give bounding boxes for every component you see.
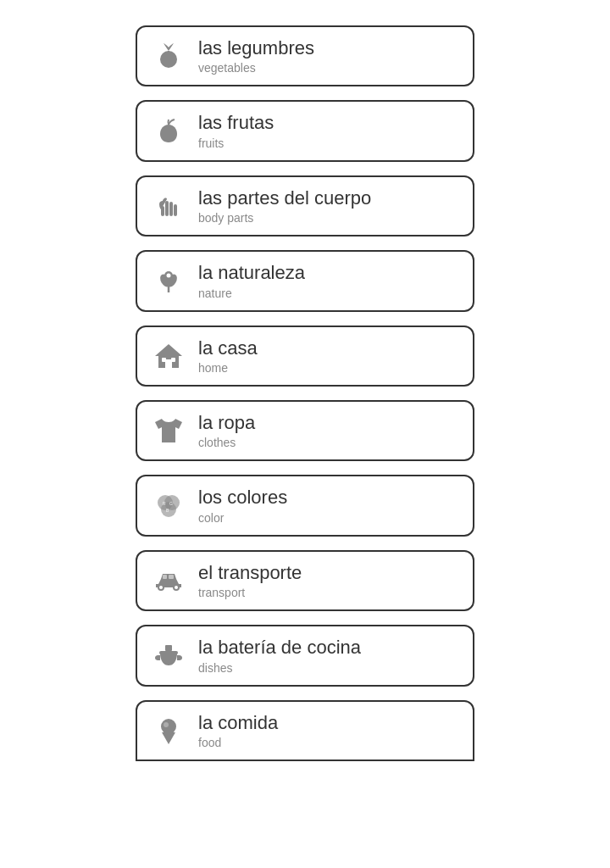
item-text-body-parts: las partes del cuerpo body parts bbox=[198, 187, 371, 225]
item-subtitle-food: food bbox=[198, 736, 278, 749]
hand-icon bbox=[151, 188, 186, 224]
colors-icon: R G B bbox=[151, 488, 186, 524]
item-text-dishes: la batería de cocina dishes bbox=[198, 637, 361, 674]
svg-text:G: G bbox=[169, 501, 173, 506]
svg-rect-28 bbox=[165, 645, 172, 651]
item-text-nature: la naturaleza nature bbox=[198, 262, 305, 299]
menu-item-home[interactable]: la casa home bbox=[136, 326, 474, 387]
vegetable-icon bbox=[151, 38, 186, 74]
svg-rect-25 bbox=[163, 575, 167, 579]
menu-item-colors[interactable]: R G B los colores color bbox=[136, 475, 474, 536]
item-subtitle-vegetables: vegetables bbox=[198, 61, 314, 75]
item-title-body-parts: las partes del cuerpo bbox=[198, 187, 371, 209]
house-icon bbox=[151, 338, 186, 374]
item-subtitle-nature: nature bbox=[198, 287, 305, 300]
menu-item-vegetables[interactable]: las legumbres vegetables bbox=[136, 25, 474, 86]
svg-rect-13 bbox=[162, 358, 166, 362]
svg-point-23 bbox=[159, 586, 163, 589]
item-subtitle-fruits: fruits bbox=[198, 136, 274, 150]
item-title-dishes: la batería de cocina bbox=[198, 637, 361, 659]
item-title-nature: la naturaleza bbox=[198, 262, 305, 284]
svg-rect-3 bbox=[165, 201, 169, 216]
item-text-food: la comida food bbox=[198, 712, 278, 749]
category-list: las legumbres vegetables las frutas frui… bbox=[136, 25, 474, 761]
svg-text:R: R bbox=[163, 501, 166, 506]
svg-rect-14 bbox=[171, 358, 175, 362]
item-subtitle-colors: color bbox=[198, 511, 287, 525]
menu-item-clothes[interactable]: la ropa clothes bbox=[136, 400, 474, 461]
item-subtitle-home: home bbox=[198, 361, 258, 375]
svg-point-10 bbox=[167, 274, 171, 278]
pot-icon bbox=[151, 637, 186, 673]
item-title-food: la comida bbox=[198, 712, 278, 734]
car-icon bbox=[151, 563, 186, 598]
item-subtitle-transport: transport bbox=[198, 586, 302, 599]
item-subtitle-clothes: clothes bbox=[198, 436, 255, 449]
menu-item-nature[interactable]: la naturaleza nature bbox=[136, 250, 474, 311]
svg-rect-27 bbox=[159, 651, 178, 654]
menu-item-fruits[interactable]: las frutas fruits bbox=[136, 100, 474, 161]
svg-rect-26 bbox=[169, 575, 174, 579]
nature-icon bbox=[151, 263, 186, 298]
item-text-home: la casa home bbox=[198, 337, 258, 375]
svg-point-29 bbox=[161, 719, 176, 734]
item-title-vegetables: las legumbres bbox=[198, 37, 314, 59]
item-text-fruits: las frutas fruits bbox=[198, 112, 274, 149]
menu-item-transport[interactable]: el transporte transport bbox=[136, 550, 474, 611]
svg-rect-12 bbox=[165, 359, 172, 368]
item-text-transport: el transporte transport bbox=[198, 562, 302, 599]
item-text-vegetables: las legumbres vegetables bbox=[198, 37, 314, 75]
item-subtitle-dishes: dishes bbox=[198, 661, 361, 675]
icecream-icon bbox=[151, 713, 186, 748]
item-title-transport: el transporte bbox=[198, 562, 302, 584]
svg-point-31 bbox=[164, 722, 169, 727]
menu-item-body-parts[interactable]: las partes del cuerpo body parts bbox=[136, 175, 474, 236]
item-text-colors: los colores color bbox=[198, 487, 287, 524]
item-title-home: la casa bbox=[198, 337, 258, 359]
item-title-clothes: la ropa bbox=[198, 412, 255, 434]
svg-marker-30 bbox=[162, 732, 175, 744]
menu-item-food[interactable]: la comida food bbox=[136, 700, 474, 761]
fruit-icon bbox=[151, 114, 186, 149]
item-text-clothes: la ropa clothes bbox=[198, 412, 255, 449]
tshirt-icon bbox=[151, 413, 186, 448]
menu-item-dishes[interactable]: la batería de cocina dishes bbox=[136, 625, 474, 686]
item-title-colors: los colores bbox=[198, 487, 287, 509]
item-subtitle-body-parts: body parts bbox=[198, 211, 371, 225]
item-title-fruits: las frutas bbox=[198, 112, 274, 134]
svg-point-24 bbox=[175, 586, 178, 589]
svg-rect-5 bbox=[174, 204, 177, 216]
svg-rect-4 bbox=[169, 202, 173, 216]
